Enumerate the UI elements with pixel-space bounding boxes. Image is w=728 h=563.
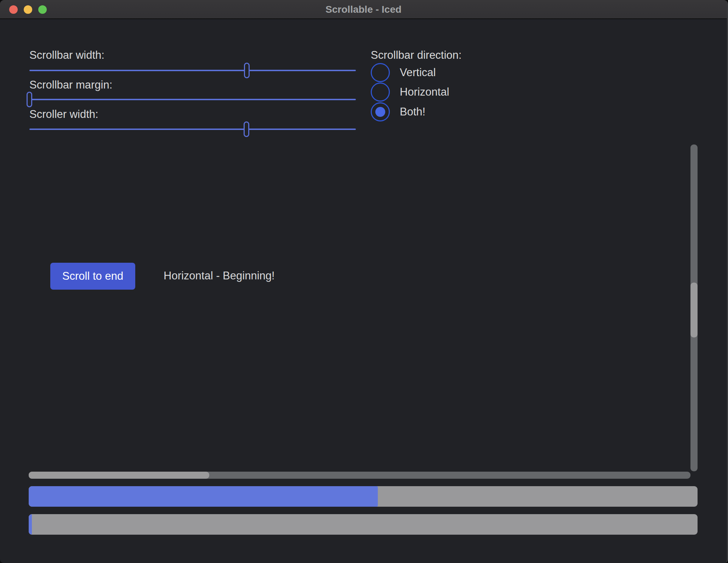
vertical-progress-bar — [29, 514, 698, 535]
horizontal-progress-bar — [29, 486, 698, 507]
radio-both-label: Both! — [400, 106, 425, 118]
horizontal-scrollbar-track[interactable] — [29, 472, 690, 479]
scrollbar-width-label: Scrollbar width: — [29, 48, 104, 62]
minimize-button[interactable] — [24, 5, 32, 14]
radio-circle-icon[interactable] — [371, 102, 390, 121]
close-button[interactable] — [9, 5, 18, 14]
progress-fill — [29, 486, 378, 507]
radio-circle-icon[interactable] — [371, 63, 390, 82]
slider-track[interactable] — [29, 70, 356, 71]
radio-circle-icon[interactable] — [371, 83, 390, 102]
vertical-scrollbar-thumb[interactable] — [690, 283, 698, 337]
vertical-scrollbar-track[interactable] — [690, 144, 698, 471]
radio-vertical[interactable]: Vertical — [371, 63, 436, 83]
scrollbar-width-slider[interactable] — [29, 63, 356, 78]
slider-track[interactable] — [29, 129, 356, 130]
scrollbar-direction-label: Scrollbar direction: — [371, 48, 462, 62]
radio-horizontal[interactable]: Horizontal — [371, 82, 449, 102]
slider-handle[interactable] — [244, 121, 249, 137]
traffic-lights — [9, 5, 47, 14]
radio-vertical-label: Vertical — [400, 66, 436, 79]
scrollbar-margin-slider[interactable] — [29, 92, 356, 107]
radio-selected-dot — [375, 107, 385, 117]
radio-both[interactable]: Both! — [371, 102, 425, 122]
horizontal-scrollbar-thumb[interactable] — [29, 472, 209, 479]
scroll-to-end-button[interactable]: Scroll to end — [50, 263, 135, 290]
scroller-width-label: Scroller width: — [29, 107, 98, 121]
zoom-button[interactable] — [38, 5, 47, 14]
scroll-status-text: Horizontal - Beginning! — [164, 269, 275, 283]
titlebar[interactable]: Scrollable - Iced — [0, 0, 727, 19]
slider-handle[interactable] — [244, 63, 250, 78]
app-window: Scrollable - Iced Scrollbar width: Scrol… — [0, 0, 728, 563]
window-title: Scrollable - Iced — [0, 0, 727, 19]
radio-horizontal-label: Horizontal — [400, 86, 449, 98]
scrollbar-margin-label: Scrollbar margin: — [29, 78, 112, 92]
scroller-width-slider[interactable] — [29, 121, 356, 137]
progress-fill — [29, 514, 32, 535]
slider-track[interactable] — [29, 99, 356, 100]
slider-handle[interactable] — [27, 92, 32, 107]
